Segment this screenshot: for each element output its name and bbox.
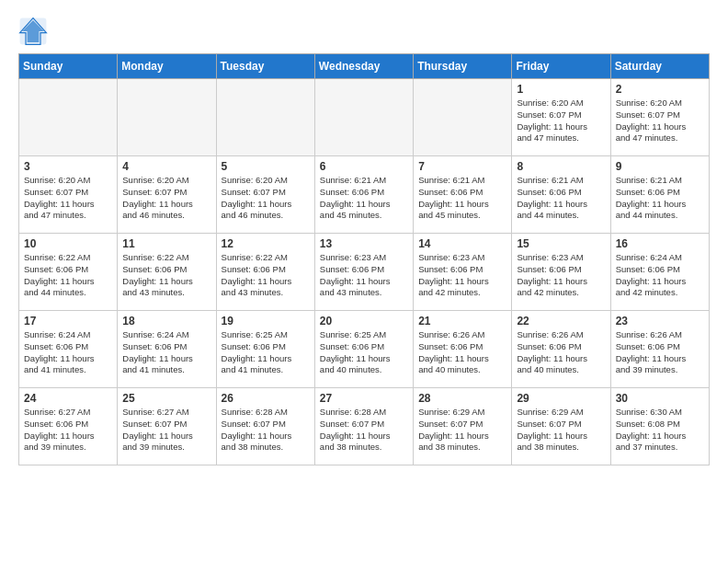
day-info: Sunrise: 6:22 AM Sunset: 6:06 PM Dayligh… xyxy=(24,252,112,299)
calendar-cell: 13Sunrise: 6:23 AM Sunset: 6:06 PM Dayli… xyxy=(314,234,413,311)
day-number: 7 xyxy=(418,160,506,173)
calendar-week-4: 17Sunrise: 6:24 AM Sunset: 6:06 PM Dayli… xyxy=(19,311,710,388)
calendar-cell: 11Sunrise: 6:22 AM Sunset: 6:06 PM Dayli… xyxy=(118,234,216,311)
calendar-cell: 25Sunrise: 6:27 AM Sunset: 6:07 PM Dayli… xyxy=(118,388,216,465)
day-number: 11 xyxy=(122,237,210,250)
day-number: 15 xyxy=(517,237,605,250)
day-number: 24 xyxy=(24,392,112,405)
page: SundayMondayTuesdayWednesdayThursdayFrid… xyxy=(0,0,728,477)
day-number: 25 xyxy=(122,392,210,405)
calendar-cell: 17Sunrise: 6:24 AM Sunset: 6:06 PM Dayli… xyxy=(19,311,118,388)
day-info: Sunrise: 6:28 AM Sunset: 6:07 PM Dayligh… xyxy=(320,407,408,454)
calendar-cell xyxy=(118,79,216,156)
day-number: 29 xyxy=(517,392,605,405)
day-info: Sunrise: 6:21 AM Sunset: 6:06 PM Dayligh… xyxy=(517,175,605,222)
weekday-header-sunday: Sunday xyxy=(19,54,118,79)
day-info: Sunrise: 6:27 AM Sunset: 6:07 PM Dayligh… xyxy=(122,407,210,454)
day-info: Sunrise: 6:29 AM Sunset: 6:07 PM Dayligh… xyxy=(517,407,605,454)
day-info: Sunrise: 6:26 AM Sunset: 6:06 PM Dayligh… xyxy=(616,329,704,376)
calendar-week-5: 24Sunrise: 6:27 AM Sunset: 6:06 PM Dayli… xyxy=(19,388,710,465)
weekday-header-wednesday: Wednesday xyxy=(314,54,413,79)
calendar-cell xyxy=(414,79,512,156)
day-number: 14 xyxy=(418,237,506,250)
calendar-cell: 22Sunrise: 6:26 AM Sunset: 6:06 PM Dayli… xyxy=(512,311,610,388)
calendar-cell: 10Sunrise: 6:22 AM Sunset: 6:06 PM Dayli… xyxy=(19,234,118,311)
day-info: Sunrise: 6:24 AM Sunset: 6:06 PM Dayligh… xyxy=(616,252,704,299)
calendar-week-2: 3Sunrise: 6:20 AM Sunset: 6:07 PM Daylig… xyxy=(19,156,710,234)
calendar-cell: 12Sunrise: 6:22 AM Sunset: 6:06 PM Dayli… xyxy=(216,234,314,311)
day-number: 26 xyxy=(222,392,310,405)
day-info: Sunrise: 6:26 AM Sunset: 6:06 PM Dayligh… xyxy=(418,329,506,376)
day-info: Sunrise: 6:22 AM Sunset: 6:06 PM Dayligh… xyxy=(222,252,310,299)
day-number: 28 xyxy=(418,392,506,405)
calendar-cell: 18Sunrise: 6:24 AM Sunset: 6:06 PM Dayli… xyxy=(118,311,216,388)
calendar-cell: 5Sunrise: 6:20 AM Sunset: 6:07 PM Daylig… xyxy=(216,156,314,234)
day-number: 3 xyxy=(24,160,112,173)
day-number: 1 xyxy=(517,83,605,96)
weekday-header-friday: Friday xyxy=(512,54,610,79)
day-number: 23 xyxy=(616,315,704,327)
day-number: 22 xyxy=(517,315,605,327)
calendar-week-1: 1Sunrise: 6:20 AM Sunset: 6:07 PM Daylig… xyxy=(19,79,710,156)
calendar-table: SundayMondayTuesdayWednesdayThursdayFrid… xyxy=(18,53,710,465)
logo-icon xyxy=(18,17,48,46)
day-number: 30 xyxy=(616,392,704,405)
day-info: Sunrise: 6:20 AM Sunset: 6:07 PM Dayligh… xyxy=(222,175,310,222)
calendar-cell: 19Sunrise: 6:25 AM Sunset: 6:06 PM Dayli… xyxy=(216,311,314,388)
calendar-cell: 26Sunrise: 6:28 AM Sunset: 6:07 PM Dayli… xyxy=(216,388,314,465)
logo xyxy=(18,17,51,46)
calendar-cell: 9Sunrise: 6:21 AM Sunset: 6:06 PM Daylig… xyxy=(610,156,709,234)
day-number: 9 xyxy=(616,160,704,173)
day-number: 21 xyxy=(418,315,506,327)
day-number: 10 xyxy=(24,237,112,250)
calendar-cell: 7Sunrise: 6:21 AM Sunset: 6:06 PM Daylig… xyxy=(414,156,512,234)
calendar-cell: 28Sunrise: 6:29 AM Sunset: 6:07 PM Dayli… xyxy=(414,388,512,465)
calendar-cell xyxy=(314,79,413,156)
day-number: 5 xyxy=(222,160,310,173)
weekday-header-monday: Monday xyxy=(118,54,216,79)
day-number: 16 xyxy=(616,237,704,250)
day-info: Sunrise: 6:23 AM Sunset: 6:06 PM Dayligh… xyxy=(418,252,506,299)
day-info: Sunrise: 6:26 AM Sunset: 6:06 PM Dayligh… xyxy=(517,329,605,376)
day-info: Sunrise: 6:25 AM Sunset: 6:06 PM Dayligh… xyxy=(320,329,408,376)
day-info: Sunrise: 6:24 AM Sunset: 6:06 PM Dayligh… xyxy=(24,329,112,376)
calendar-cell: 16Sunrise: 6:24 AM Sunset: 6:06 PM Dayli… xyxy=(610,234,709,311)
calendar-cell: 14Sunrise: 6:23 AM Sunset: 6:06 PM Dayli… xyxy=(414,234,512,311)
calendar-cell: 20Sunrise: 6:25 AM Sunset: 6:06 PM Dayli… xyxy=(314,311,413,388)
day-info: Sunrise: 6:25 AM Sunset: 6:06 PM Dayligh… xyxy=(222,329,310,376)
calendar-cell: 24Sunrise: 6:27 AM Sunset: 6:06 PM Dayli… xyxy=(19,388,118,465)
calendar-cell xyxy=(216,79,314,156)
day-number: 17 xyxy=(24,315,112,327)
day-number: 12 xyxy=(222,237,310,250)
calendar-cell: 2Sunrise: 6:20 AM Sunset: 6:07 PM Daylig… xyxy=(610,79,709,156)
calendar-cell: 1Sunrise: 6:20 AM Sunset: 6:07 PM Daylig… xyxy=(512,79,610,156)
day-number: 19 xyxy=(222,315,310,327)
day-info: Sunrise: 6:23 AM Sunset: 6:06 PM Dayligh… xyxy=(320,252,408,299)
calendar-cell: 21Sunrise: 6:26 AM Sunset: 6:06 PM Dayli… xyxy=(414,311,512,388)
day-info: Sunrise: 6:21 AM Sunset: 6:06 PM Dayligh… xyxy=(418,175,506,222)
calendar-cell: 4Sunrise: 6:20 AM Sunset: 6:07 PM Daylig… xyxy=(118,156,216,234)
day-info: Sunrise: 6:28 AM Sunset: 6:07 PM Dayligh… xyxy=(222,407,310,454)
day-number: 8 xyxy=(517,160,605,173)
day-info: Sunrise: 6:20 AM Sunset: 6:07 PM Dayligh… xyxy=(616,98,704,144)
calendar-cell: 15Sunrise: 6:23 AM Sunset: 6:06 PM Dayli… xyxy=(512,234,610,311)
calendar-cell: 8Sunrise: 6:21 AM Sunset: 6:06 PM Daylig… xyxy=(512,156,610,234)
day-info: Sunrise: 6:20 AM Sunset: 6:07 PM Dayligh… xyxy=(24,175,112,222)
weekday-header-saturday: Saturday xyxy=(610,54,709,79)
day-info: Sunrise: 6:30 AM Sunset: 6:08 PM Dayligh… xyxy=(616,407,704,454)
calendar-cell: 30Sunrise: 6:30 AM Sunset: 6:08 PM Dayli… xyxy=(610,388,709,465)
day-info: Sunrise: 6:27 AM Sunset: 6:06 PM Dayligh… xyxy=(24,407,112,454)
day-info: Sunrise: 6:23 AM Sunset: 6:06 PM Dayligh… xyxy=(517,252,605,299)
calendar-cell: 27Sunrise: 6:28 AM Sunset: 6:07 PM Dayli… xyxy=(314,388,413,465)
day-number: 18 xyxy=(122,315,210,327)
calendar-cell: 29Sunrise: 6:29 AM Sunset: 6:07 PM Dayli… xyxy=(512,388,610,465)
day-info: Sunrise: 6:21 AM Sunset: 6:06 PM Dayligh… xyxy=(320,175,408,222)
day-number: 2 xyxy=(616,83,704,96)
day-info: Sunrise: 6:20 AM Sunset: 6:07 PM Dayligh… xyxy=(517,98,605,144)
day-number: 13 xyxy=(320,237,408,250)
calendar-cell: 23Sunrise: 6:26 AM Sunset: 6:06 PM Dayli… xyxy=(610,311,709,388)
weekday-header-row: SundayMondayTuesdayWednesdayThursdayFrid… xyxy=(19,54,710,79)
weekday-header-thursday: Thursday xyxy=(414,54,512,79)
day-info: Sunrise: 6:20 AM Sunset: 6:07 PM Dayligh… xyxy=(122,175,210,222)
calendar-cell: 6Sunrise: 6:21 AM Sunset: 6:06 PM Daylig… xyxy=(314,156,413,234)
